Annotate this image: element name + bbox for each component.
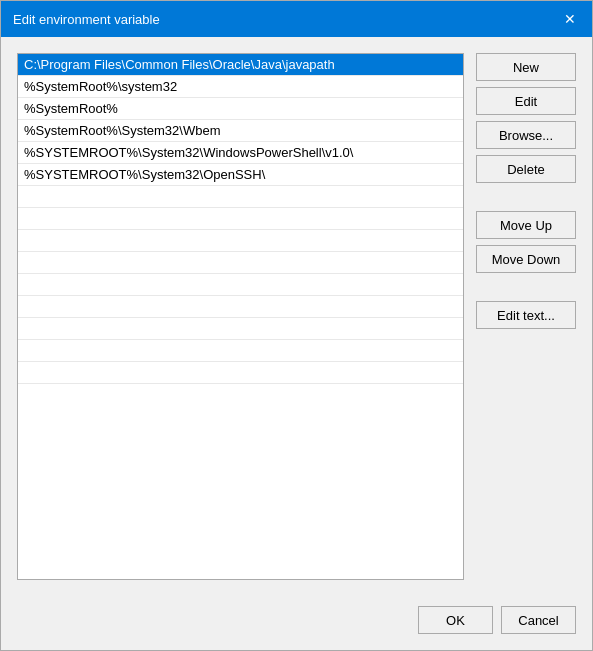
list-item[interactable]: %SystemRoot%\System32\Wbem	[18, 120, 463, 142]
list-item[interactable]: C:\Program Files\Common Files\Oracle\Jav…	[18, 54, 463, 76]
dialog-footer: OK Cancel	[1, 596, 592, 650]
edit-button[interactable]: Edit	[476, 87, 576, 115]
cancel-button[interactable]: Cancel	[501, 606, 576, 634]
list-item[interactable]	[18, 318, 463, 340]
list-item[interactable]: %SystemRoot%\system32	[18, 76, 463, 98]
list-item[interactable]	[18, 274, 463, 296]
title-bar: Edit environment variable ✕	[1, 1, 592, 37]
env-variable-list[interactable]: C:\Program Files\Common Files\Oracle\Jav…	[17, 53, 464, 580]
new-button[interactable]: New	[476, 53, 576, 81]
move-down-button[interactable]: Move Down	[476, 245, 576, 273]
list-item[interactable]	[18, 230, 463, 252]
list-item[interactable]	[18, 296, 463, 318]
list-item[interactable]	[18, 186, 463, 208]
list-item[interactable]: %SYSTEMROOT%\System32\WindowsPowerShell\…	[18, 142, 463, 164]
list-panel: C:\Program Files\Common Files\Oracle\Jav…	[17, 53, 464, 580]
edit-env-var-dialog: Edit environment variable ✕ C:\Program F…	[0, 0, 593, 651]
browse-button[interactable]: Browse...	[476, 121, 576, 149]
close-button[interactable]: ✕	[560, 9, 580, 29]
spacer2	[476, 279, 576, 295]
spacer	[476, 189, 576, 205]
buttons-panel: New Edit Browse... Delete Move Up Move D…	[476, 53, 576, 580]
list-item[interactable]	[18, 340, 463, 362]
delete-button[interactable]: Delete	[476, 155, 576, 183]
dialog-content: C:\Program Files\Common Files\Oracle\Jav…	[1, 37, 592, 596]
list-item[interactable]	[18, 208, 463, 230]
list-item[interactable]	[18, 362, 463, 384]
dialog-title: Edit environment variable	[13, 12, 160, 27]
list-item[interactable]	[18, 252, 463, 274]
ok-button[interactable]: OK	[418, 606, 493, 634]
list-item[interactable]: %SystemRoot%	[18, 98, 463, 120]
move-up-button[interactable]: Move Up	[476, 211, 576, 239]
edit-text-button[interactable]: Edit text...	[476, 301, 576, 329]
list-item[interactable]: %SYSTEMROOT%\System32\OpenSSH\	[18, 164, 463, 186]
